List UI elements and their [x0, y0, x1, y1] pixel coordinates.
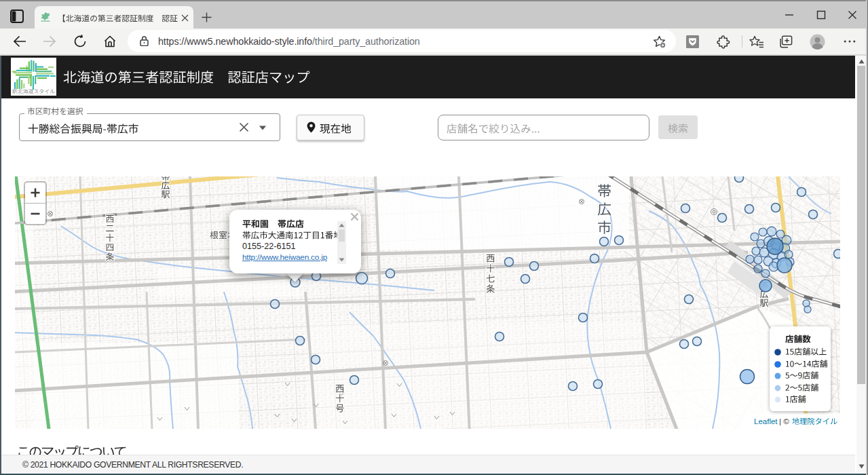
svg-text:| ©: | © — [779, 417, 789, 425]
svg-text:Leaflet: Leaflet — [754, 417, 778, 425]
